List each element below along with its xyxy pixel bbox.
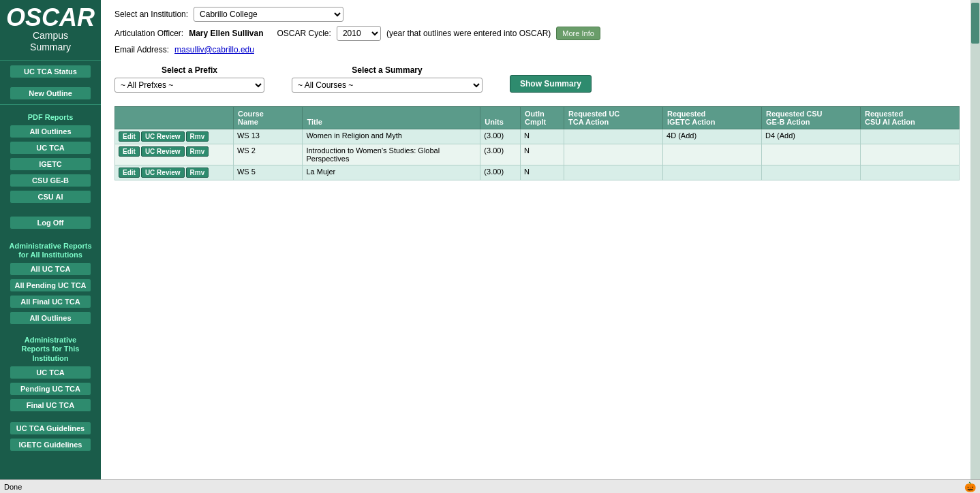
new-outline-button[interactable]: New Outline xyxy=(10,86,91,100)
requested-csu-geb-cell: D4 (Add) xyxy=(762,129,861,144)
logo-oscar: OSCAR xyxy=(6,5,95,30)
csu-ai-button[interactable]: CSU AI xyxy=(10,190,91,204)
col-course-name: CourseName xyxy=(233,107,302,129)
col-requested-uc-tca: Requested UCTCA Action xyxy=(564,107,663,129)
actions-cell: EditUC ReviewRmv xyxy=(115,144,234,165)
table-header-row: CourseName Title Units OutlnCmplt Reques… xyxy=(115,107,960,129)
statusbar: Done 🎃 xyxy=(0,479,980,493)
edit-button[interactable]: Edit xyxy=(119,131,140,142)
col-title: Title xyxy=(303,107,480,129)
scrollbar[interactable] xyxy=(970,0,980,493)
institution-row: Select an Institution: Cabrillo College xyxy=(114,7,960,22)
edit-button[interactable]: Edit xyxy=(119,146,140,157)
institution-select[interactable]: Cabrillo College xyxy=(194,7,343,22)
pdf-reports-label: PDF Reports xyxy=(28,113,74,122)
statusbar-text: Done xyxy=(4,483,22,491)
officer-row: Articulation Officer: Mary Ellen Sulliva… xyxy=(114,26,960,41)
all-uc-tca-button[interactable]: All UC TCA xyxy=(10,262,91,276)
summary-group: Select a Summary ~ All Courses ~ xyxy=(292,65,483,93)
requested-csu-ai-cell xyxy=(860,144,959,165)
sidebar: OSCAR Campus Summary UC TCA Status New O… xyxy=(0,0,101,493)
table-row: EditUC ReviewRmvWS 2Introduction to Wome… xyxy=(115,144,960,165)
edit-button[interactable]: Edit xyxy=(119,168,140,178)
scroll-thumb[interactable] xyxy=(971,3,979,44)
select-institution-label: Select an Institution: xyxy=(114,10,188,19)
all-final-uc-tca-button[interactable]: All Final UC TCA xyxy=(10,295,91,308)
admin-reports-this-label: Administrative Reports for This Institut… xyxy=(22,336,80,363)
uc-tca-status-button[interactable]: UC TCA Status xyxy=(10,65,91,78)
table-row: EditUC ReviewRmvWS 5La Mujer(3.00)N xyxy=(115,165,960,180)
email-label: Email Address: xyxy=(114,45,169,54)
requested-csu-geb-cell xyxy=(762,144,861,165)
col-outln-cmplt: OutlnCmplt xyxy=(521,107,564,129)
course-name-cell: WS 5 xyxy=(233,165,302,180)
main-content: Select an Institution: Cabrillo College … xyxy=(101,0,980,493)
uc-tca-button[interactable]: UC TCA xyxy=(10,141,91,155)
requested-igetc-cell: 4D (Add) xyxy=(663,129,762,144)
requested-csu-ai-cell xyxy=(860,165,959,180)
uc-tca2-button[interactable]: UC TCA xyxy=(10,366,91,379)
prefix-label: Select a Prefix xyxy=(114,65,264,75)
rmv-button[interactable]: Rmv xyxy=(186,168,209,178)
rmv-button[interactable]: Rmv xyxy=(186,146,209,157)
igetc-button[interactable]: IGETC xyxy=(10,157,91,171)
actions-cell: EditUC ReviewRmv xyxy=(115,165,234,180)
all-outlines2-button[interactable]: All Outlines xyxy=(10,311,91,325)
course-name-cell: WS 13 xyxy=(233,129,302,144)
prefix-group: Select a Prefix ~ All Prefxes ~ xyxy=(114,65,264,93)
uc-tca-guidelines-button[interactable]: UC TCA Guidelines xyxy=(10,422,91,435)
outln-cmplt-cell: N xyxy=(521,165,564,180)
log-off-button[interactable]: Log Off xyxy=(10,216,91,229)
outln-cmplt-cell: N xyxy=(521,144,564,165)
final-uc-tca-button[interactable]: Final UC TCA xyxy=(10,398,91,412)
requested-igetc-cell xyxy=(663,144,762,165)
requested-uc-tca-cell xyxy=(564,144,663,165)
requested-igetc-cell xyxy=(663,165,762,180)
show-summary-button[interactable]: Show Summary xyxy=(510,75,592,93)
pending-uc-tca-button[interactable]: Pending UC TCA xyxy=(10,382,91,396)
col-requested-igetc: RequestedIGETC Action xyxy=(663,107,762,129)
all-outlines-button[interactable]: All Outlines xyxy=(10,125,91,138)
officer-name: Mary Ellen Sullivan xyxy=(189,29,263,38)
email-link[interactable]: masulliv@cabrillo.edu xyxy=(174,45,254,54)
igetc-guidelines-button[interactable]: IGETC Guidelines xyxy=(10,438,91,451)
summary-select[interactable]: ~ All Courses ~ xyxy=(292,78,483,93)
uc-review-button[interactable]: UC Review xyxy=(141,168,185,178)
outln-cmplt-cell: N xyxy=(521,129,564,144)
all-pending-uc-tca-button[interactable]: All Pending UC TCA xyxy=(10,279,91,292)
csu-geb-button[interactable]: CSU GE-B xyxy=(10,174,91,187)
uc-review-button[interactable]: UC Review xyxy=(141,146,185,157)
data-table: CourseName Title Units OutlnCmplt Reques… xyxy=(114,106,960,180)
email-row: Email Address: masulliv@cabrillo.edu xyxy=(114,45,960,54)
col-actions xyxy=(115,107,234,129)
units-cell: (3.00) xyxy=(480,144,521,165)
col-requested-csu-geb: Requested CSUGE-B Action xyxy=(762,107,861,129)
uc-review-button[interactable]: UC Review xyxy=(141,131,185,142)
units-cell: (3.00) xyxy=(480,129,521,144)
table-row: EditUC ReviewRmvWS 13Women in Religion a… xyxy=(115,129,960,144)
selectors-row: Select a Prefix ~ All Prefxes ~ Select a… xyxy=(114,65,960,93)
col-requested-csu-ai: RequestedCSU AI Action xyxy=(860,107,959,129)
status-icon: 🎃 xyxy=(964,481,976,492)
title-cell: Women in Religion and Myth xyxy=(303,129,480,144)
prefix-select[interactable]: ~ All Prefxes ~ xyxy=(114,78,264,93)
requested-uc-tca-cell xyxy=(564,129,663,144)
admin-reports-all-label: Administrative Reports for All Instituti… xyxy=(9,242,91,259)
oscar-cycle-label: OSCAR Cycle: xyxy=(277,29,331,38)
requested-uc-tca-cell xyxy=(564,165,663,180)
logo-sub: Campus Summary xyxy=(30,30,71,53)
cycle-note: (year that outlines were entered into OS… xyxy=(386,29,551,38)
requested-csu-ai-cell xyxy=(860,129,959,144)
col-units: Units xyxy=(480,107,521,129)
rmv-button[interactable]: Rmv xyxy=(186,131,209,142)
more-info-button[interactable]: More Info xyxy=(556,27,600,40)
summary-label: Select a Summary xyxy=(292,65,483,75)
units-cell: (3.00) xyxy=(480,165,521,180)
actions-cell: EditUC ReviewRmv xyxy=(115,129,234,144)
articulation-officer-label: Articulation Officer: xyxy=(114,29,183,38)
cycle-select[interactable]: 2010 xyxy=(337,26,381,41)
title-cell: La Mujer xyxy=(303,165,480,180)
title-cell: Introduction to Women's Studies: Global … xyxy=(303,144,480,165)
course-name-cell: WS 2 xyxy=(233,144,302,165)
requested-csu-geb-cell xyxy=(762,165,861,180)
